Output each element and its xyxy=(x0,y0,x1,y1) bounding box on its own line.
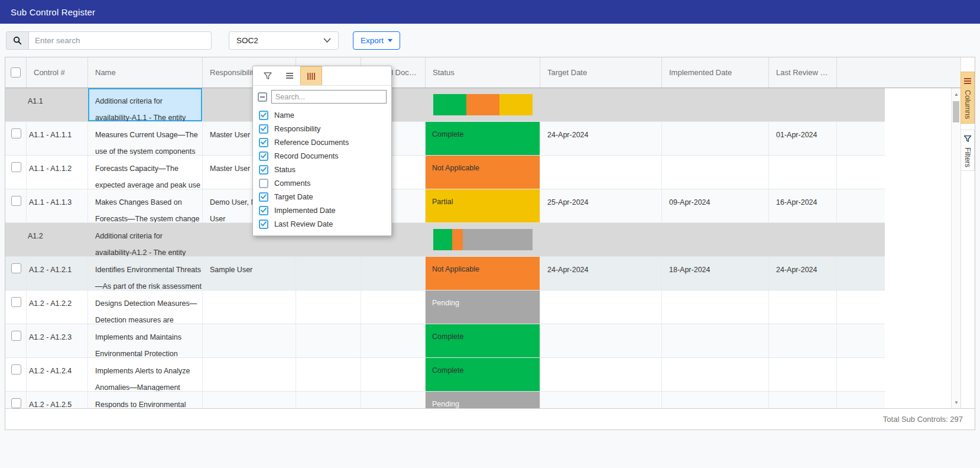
target-date-cell[interactable]: 24-Apr-2024 xyxy=(540,122,662,155)
row-select-cell[interactable] xyxy=(5,156,27,189)
checked-checkbox[interactable] xyxy=(259,151,268,161)
target-date-cell[interactable] xyxy=(540,324,662,357)
responsibility-cell[interactable]: Sample User xyxy=(203,257,296,290)
control-number-cell[interactable]: A1.1 - A1.1.1 xyxy=(27,122,88,155)
reference-documents-cell[interactable] xyxy=(296,324,361,357)
row-checkbox[interactable] xyxy=(11,128,21,138)
implemented-date-cell[interactable] xyxy=(662,88,769,121)
checked-checkbox[interactable] xyxy=(259,111,268,120)
target-date-cell[interactable] xyxy=(540,358,662,391)
checked-checkbox[interactable] xyxy=(259,192,268,202)
row-checkbox[interactable] xyxy=(11,331,21,341)
last-review-date-cell[interactable] xyxy=(769,358,837,391)
name-cell[interactable]: Responds to Environmental xyxy=(88,392,203,408)
control-number-cell[interactable]: A1.2 - A1.2.5 xyxy=(27,392,88,408)
checked-checkbox[interactable] xyxy=(259,138,268,147)
search-input[interactable] xyxy=(28,31,212,50)
row-select-cell[interactable] xyxy=(5,324,27,357)
column-toggle-item[interactable]: Comments xyxy=(253,176,391,190)
column-toggle-item[interactable]: Responsibility xyxy=(253,122,391,135)
column-toggle-item[interactable]: Reference Documents xyxy=(253,135,391,149)
unchecked-checkbox[interactable] xyxy=(259,179,268,188)
status-cell[interactable] xyxy=(426,88,540,121)
target-date-cell[interactable]: 25-Apr-2024 xyxy=(540,189,662,222)
target-date-cell[interactable] xyxy=(540,392,662,408)
name-cell[interactable]: Forecasts Capacity—Theexpected average a… xyxy=(88,156,203,189)
reference-documents-cell[interactable] xyxy=(296,392,361,408)
column-header-Name[interactable]: Name xyxy=(88,57,203,88)
select-all-columns-checkbox[interactable] xyxy=(258,92,267,102)
implemented-date-cell[interactable]: 18-Apr-2024 xyxy=(662,257,769,290)
scroll-down-icon[interactable]: ▼ xyxy=(952,398,961,407)
reference-documents-cell[interactable] xyxy=(296,291,361,324)
last-review-date-cell[interactable] xyxy=(769,392,837,408)
column-toggle-item[interactable]: Record Documents xyxy=(253,149,391,163)
control-number-cell[interactable]: A1.1 - A1.1.2 xyxy=(27,156,88,189)
column-header-Control #[interactable]: Control # xyxy=(27,57,88,88)
row-checkbox[interactable] xyxy=(11,297,21,307)
column-search-input[interactable] xyxy=(271,90,387,104)
last-review-date-cell[interactable]: 16-Apr-2024 xyxy=(769,189,837,222)
record-documents-cell[interactable] xyxy=(361,291,426,324)
record-documents-cell[interactable] xyxy=(361,392,426,408)
row-select-cell[interactable] xyxy=(5,122,27,155)
status-cell[interactable]: Complete xyxy=(426,358,540,391)
column-header-Last Review Date[interactable]: Last Review Date xyxy=(769,57,837,88)
name-cell[interactable]: Measures Current Usage—Theuse of the sys… xyxy=(88,122,203,155)
responsibility-cell[interactable] xyxy=(203,291,296,324)
control-number-cell[interactable]: A1.2 xyxy=(27,223,88,256)
column-header-Implemented Date[interactable]: Implemented Date xyxy=(662,57,769,88)
implemented-date-cell[interactable]: 09-Apr-2024 xyxy=(662,189,769,222)
implemented-date-cell[interactable] xyxy=(662,156,769,189)
status-cell[interactable]: Complete xyxy=(426,122,540,155)
name-cell[interactable]: Identifies Environmental Threats—As part… xyxy=(88,257,203,290)
name-cell[interactable]: Makes Changes Based onForecasts—The syst… xyxy=(88,189,203,222)
target-date-cell[interactable] xyxy=(540,88,662,121)
column-header-filler[interactable] xyxy=(837,57,885,88)
status-cell[interactable] xyxy=(426,223,540,256)
framework-select[interactable]: SOC2 xyxy=(229,31,339,50)
reference-documents-cell[interactable] xyxy=(296,257,361,290)
last-review-date-cell[interactable]: 24-Apr-2024 xyxy=(769,257,837,290)
row-checkbox[interactable] xyxy=(11,398,21,408)
side-tab-filters[interactable]: Filters xyxy=(960,130,975,171)
row-checkbox[interactable] xyxy=(11,263,21,273)
status-cell[interactable]: Not Applicable xyxy=(426,156,540,189)
control-number-cell[interactable]: A1.1 - A1.1.3 xyxy=(27,189,88,222)
control-number-cell[interactable]: A1.2 - A1.2.2 xyxy=(27,291,88,324)
column-toggle-item[interactable]: Status xyxy=(253,163,391,176)
row-select-cell[interactable] xyxy=(5,291,27,324)
scroll-up-icon[interactable]: ▲ xyxy=(952,89,961,99)
name-cell[interactable]: Additional criteria foravailability-A1.1… xyxy=(88,88,203,121)
status-cell[interactable]: Complete xyxy=(426,324,540,357)
column-toggle-item[interactable]: Target Date xyxy=(253,190,391,204)
name-cell[interactable]: Implements Alerts to AnalyzeAnomalies—Ma… xyxy=(88,358,203,391)
row-checkbox[interactable] xyxy=(11,364,21,375)
last-review-date-cell[interactable]: 01-Apr-2024 xyxy=(769,122,837,155)
last-review-date-cell[interactable] xyxy=(769,223,837,256)
implemented-date-cell[interactable] xyxy=(662,358,769,391)
last-review-date-cell[interactable] xyxy=(769,88,837,121)
row-select-cell[interactable] xyxy=(5,189,27,222)
vertical-scrollbar[interactable]: ▲ ▼ xyxy=(951,88,960,408)
column-header-Target Date[interactable]: Target Date xyxy=(540,57,662,88)
record-documents-cell[interactable] xyxy=(361,324,426,357)
row-checkbox[interactable] xyxy=(11,196,21,206)
name-cell[interactable]: Implements and MaintainsEnvironmental Pr… xyxy=(88,324,203,357)
implemented-date-cell[interactable] xyxy=(662,122,769,155)
status-cell[interactable]: Pending xyxy=(426,392,540,408)
column-toggle-item[interactable]: Name xyxy=(253,108,391,122)
target-date-cell[interactable] xyxy=(540,156,662,189)
export-button[interactable]: Export xyxy=(353,31,400,50)
status-cell[interactable]: Pending xyxy=(426,291,540,324)
checked-checkbox[interactable] xyxy=(259,165,268,175)
status-cell[interactable]: Not Applicable xyxy=(426,257,540,290)
last-review-date-cell[interactable] xyxy=(769,291,837,324)
side-tab-columns[interactable]: Columns xyxy=(960,72,975,124)
column-toggle-item[interactable]: Last Review Date xyxy=(253,217,391,231)
scrollbar-thumb[interactable] xyxy=(953,101,959,122)
row-select-cell[interactable] xyxy=(5,392,27,408)
responsibility-cell[interactable] xyxy=(203,392,296,408)
popup-tab-filter[interactable] xyxy=(257,66,278,85)
header-select-all-cell[interactable] xyxy=(5,57,27,88)
